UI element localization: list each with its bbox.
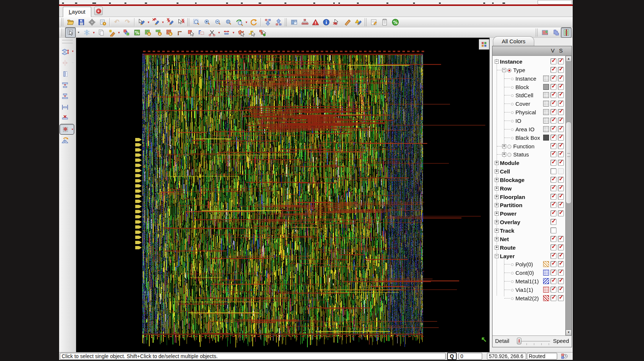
color-swatch[interactable] (543, 126, 549, 132)
edit-group-button[interactable]: + (164, 27, 174, 38)
violation-browser-button[interactable]: ! (310, 17, 321, 27)
query-select-tool-button[interactable]: ×× (176, 17, 186, 27)
radio-icon[interactable] (507, 68, 511, 72)
selectability-checkbox[interactable]: ✓ (558, 177, 564, 183)
tree-row-row[interactable]: +Row✓✓ (493, 184, 565, 193)
selectability-checkbox[interactable]: ✓ (558, 151, 564, 157)
tree-row-module[interactable]: +Module✓✓ (493, 159, 565, 167)
menu-strip[interactable] (59, 0, 573, 4)
deselect-all-tool-button[interactable]: ×× (165, 17, 176, 27)
visibility-checkbox[interactable]: ✓ (551, 185, 556, 191)
open-file-button[interactable] (65, 17, 76, 27)
selectability-checkbox[interactable]: ✓ (558, 202, 564, 208)
toolbar-handle[interactable] (285, 18, 287, 26)
save-design-button[interactable] (76, 17, 86, 27)
selectability-checkbox[interactable]: ✓ (558, 109, 564, 115)
remove-alignment-button[interactable]: ×× (59, 113, 74, 124)
color-swatch[interactable] (543, 101, 549, 107)
copy-object-button[interactable] (96, 27, 106, 38)
dropdown-arrow-icon[interactable]: ▾ (232, 28, 235, 37)
collapse-icon[interactable]: − (502, 68, 506, 72)
selectability-checkbox[interactable]: ✓ (558, 253, 564, 259)
selectability-checkbox[interactable]: ✓ (558, 58, 564, 64)
tree-row-io[interactable]: IO✓✓ (493, 117, 565, 125)
color-swatch[interactable] (543, 287, 549, 293)
visibility-checkbox[interactable] (551, 227, 556, 233)
tree-row-blockage[interactable]: +Blockage✓✓ (493, 176, 565, 184)
scroll-up-icon[interactable]: ▲ (566, 56, 572, 62)
deselect-tool-button[interactable]: ×× (150, 17, 161, 27)
selectability-checkbox[interactable]: ✓ (558, 210, 564, 216)
selectability-checkbox[interactable]: ✓ (558, 101, 564, 107)
dropdown-arrow-icon[interactable]: – (72, 61, 74, 64)
color-swatch[interactable] (543, 109, 549, 115)
expand-icon[interactable]: + (495, 186, 499, 190)
visibility-checkbox[interactable]: ✓ (551, 135, 556, 141)
visibility-checkbox[interactable]: ✓ (551, 253, 556, 259)
selectability-checkbox[interactable]: ✓ (558, 160, 564, 166)
tree-row-metal2-2-[interactable]: Metal2(2)✓✓ (493, 294, 565, 303)
dropdown-arrow-icon[interactable]: ▾ (245, 17, 248, 27)
selectability-checkbox[interactable]: ✓ (558, 236, 564, 242)
query-button[interactable]: Q (447, 352, 457, 360)
selectability-checkbox[interactable]: ✓ (558, 278, 564, 284)
snap-to-grid-button[interactable]: ▾ (59, 124, 74, 135)
expand-icon[interactable]: + (495, 161, 499, 165)
expand-icon[interactable]: + (495, 195, 499, 199)
dropdown-arrow-icon[interactable]: ▾ (117, 28, 121, 37)
visibility-checkbox[interactable]: ✓ (551, 287, 556, 293)
expand-icon[interactable]: + (495, 220, 499, 224)
edit-shapes-button[interactable] (257, 27, 268, 38)
tree-row-cover[interactable]: Cover✓✓ (493, 99, 565, 108)
dropdown-arrow-icon[interactable]: ▾ (72, 50, 74, 53)
select-mode-button[interactable] (65, 27, 76, 38)
redo-button[interactable]: ↷ (122, 17, 133, 27)
dropdown-arrow-icon[interactable]: ▾ (92, 28, 96, 37)
zoom-selection-button[interactable] (191, 17, 202, 27)
report-pad-button[interactable] (379, 17, 390, 27)
expand-icon[interactable]: + (495, 169, 499, 173)
edit-wire-button[interactable] (121, 27, 132, 38)
scrollbar-thumb[interactable] (566, 122, 572, 204)
ascend-hierarchy-button[interactable] (273, 17, 284, 27)
visibility-checkbox[interactable]: ✓ (551, 109, 556, 115)
selectability-checkbox[interactable]: ✓ (558, 75, 564, 81)
radio-icon[interactable] (507, 153, 511, 157)
selectability-checkbox[interactable]: ✓ (558, 126, 564, 132)
undo-button[interactable]: ↶ (111, 17, 122, 27)
import-design-button[interactable] (97, 17, 108, 27)
selectability-checkbox[interactable]: ✓ (558, 244, 564, 250)
scroll-down-icon[interactable]: ▼ (566, 330, 572, 335)
freeze-display-button[interactable] (81, 27, 92, 38)
selectability-checkbox[interactable]: ✓ (558, 84, 564, 90)
add-block-button[interactable]: + (153, 27, 164, 38)
redraw-button[interactable] (248, 17, 259, 27)
expand-icon[interactable]: + (495, 229, 499, 233)
visibility-checkbox[interactable]: ✓ (551, 295, 556, 301)
selectability-checkbox[interactable]: ✓ (558, 194, 564, 200)
color-swatch[interactable] (543, 135, 549, 141)
visibility-checkbox[interactable]: ✓ (551, 101, 556, 107)
color-swatch[interactable] (543, 84, 549, 90)
selectability-checkbox[interactable]: ✓ (558, 143, 564, 149)
descend-hierarchy-button[interactable] (262, 17, 273, 27)
radio-icon[interactable] (507, 145, 511, 149)
tree-row-instance[interactable]: −Instance✓✓ (493, 57, 565, 66)
visibility-checkbox[interactable]: ✓ (551, 270, 556, 276)
slider-handle[interactable] (517, 338, 521, 344)
visibility-checkbox[interactable]: ✓ (551, 202, 556, 208)
color-swatch[interactable] (543, 295, 549, 301)
selectability-checkbox[interactable]: ✓ (558, 295, 564, 301)
select-tool-button[interactable] (136, 17, 147, 27)
create-rectilinear-button[interactable] (196, 27, 207, 38)
stretch-wire-button[interactable] (221, 27, 232, 38)
dropdown-arrow-icon[interactable]: ▾ (217, 28, 221, 37)
tree-row-function[interactable]: +Function✓✓ (493, 142, 565, 151)
tree-row-floorplan[interactable]: +Floorplan✓✓ (493, 193, 565, 201)
visibility-checkbox[interactable]: ✓ (551, 92, 556, 98)
selectability-checkbox[interactable]: ✓ (558, 67, 564, 73)
edit-notes-button[interactable] (368, 17, 379, 27)
menu-search-input[interactable] (538, 0, 572, 4)
tab-all-colors[interactable]: All Colors (493, 36, 534, 46)
expand-icon[interactable]: + (502, 144, 506, 148)
